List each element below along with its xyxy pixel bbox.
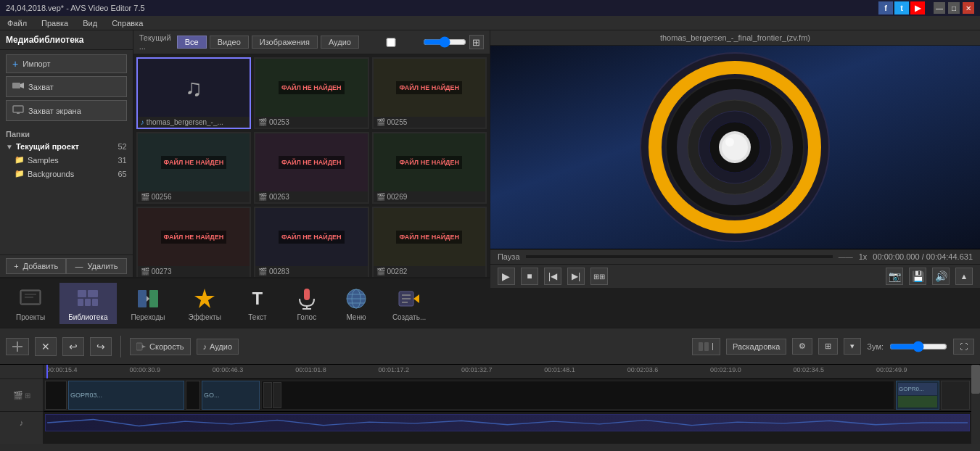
- media-item-00263[interactable]: ФАЙЛ НЕ НАЙДЕН 🎬 00263: [254, 132, 368, 204]
- menu-edit[interactable]: Правка: [38, 19, 71, 28]
- media-tab-label: Текущий ...: [139, 33, 171, 51]
- tab-video[interactable]: Видео: [210, 36, 249, 49]
- toolbar-library[interactable]: Библиотека: [59, 283, 116, 324]
- sidebar-item-backgrounds[interactable]: 📁 Backgrounds 65: [0, 167, 133, 181]
- fullscreen-button[interactable]: ⛶: [953, 339, 974, 355]
- timeline-track-headers: 🎬 ⊞ ♪: [0, 365, 44, 444]
- toolbar-voice[interactable]: Голос: [285, 283, 329, 324]
- speed-icon: [136, 342, 147, 352]
- capture-button[interactable]: Захват: [6, 76, 127, 97]
- minimize-button[interactable]: —: [934, 2, 945, 14]
- media-item-00282[interactable]: ФАЙЛ НЕ НАЙДЕН 🎬 00282: [372, 207, 487, 277]
- snapshot-icon[interactable]: 📷: [886, 268, 903, 285]
- track-clip-middle[interactable]: [261, 381, 894, 410]
- music-icon: ♫: [185, 75, 202, 102]
- delete-button[interactable]: ✕: [35, 337, 57, 356]
- toolbar-projects[interactable]: Проекты: [7, 283, 54, 324]
- file-not-found-overlay-2: ФАЙЛ НЕ НАЙДЕН: [255, 59, 367, 117]
- facebook-icon[interactable]: f: [878, 1, 893, 15]
- search-checkbox[interactable]: [362, 38, 420, 47]
- media-item-audio[interactable]: ♫ ♪ thomas_bergersen_-_...: [136, 57, 251, 129]
- folders-section-header: Папки: [0, 125, 133, 140]
- speed-button[interactable]: Скорость: [130, 338, 191, 355]
- size-slider[interactable]: [423, 34, 466, 50]
- track-marker-2: [273, 382, 281, 408]
- media-item-00283[interactable]: ФАЙЛ НЕ НАЙДЕН 🎬 00283: [254, 207, 368, 277]
- remove-folder-button[interactable]: — Удалить: [66, 258, 126, 274]
- transport-right: 📷 💾 🔊 ▲: [886, 268, 973, 285]
- main-layout: Медиабиблиотека + Импорт Захват: [0, 30, 980, 277]
- storyboard-label-btn[interactable]: Раскадровка: [726, 339, 786, 355]
- toolbar-transitions[interactable]: Переходы: [123, 283, 174, 324]
- close-button[interactable]: ✕: [963, 2, 974, 14]
- next-frame-button[interactable]: ▶|: [567, 268, 585, 285]
- toolbar-menu[interactable]: Меню: [334, 283, 378, 324]
- file-not-found-overlay-4: ФАЙЛ НЕ НАЙДЕН: [138, 133, 250, 191]
- social-icons: f t ▶: [878, 1, 925, 15]
- menu-help[interactable]: Справка: [109, 19, 146, 28]
- redo-button[interactable]: ↪: [90, 337, 112, 356]
- track-clip-black-1[interactable]: [45, 381, 67, 410]
- screen-capture-button[interactable]: Захват экрана: [6, 100, 127, 121]
- volume-icon[interactable]: 🔊: [932, 268, 950, 285]
- ruler-mark-1: 00:00:30.9: [129, 366, 160, 373]
- menu-file[interactable]: Файл: [4, 19, 30, 28]
- svg-point-13: [725, 138, 734, 146]
- ruler-mark-3: 00:01:01.8: [295, 366, 326, 373]
- settings-button[interactable]: ⚙: [792, 338, 812, 355]
- preview-seekbar[interactable]: [526, 255, 833, 258]
- tab-all[interactable]: Все: [177, 36, 207, 49]
- track-clip-black-2[interactable]: [186, 381, 200, 410]
- tab-audio[interactable]: Аудио: [321, 36, 359, 49]
- timeline-scrollbar[interactable]: [971, 365, 980, 444]
- maximize-button[interactable]: □: [948, 2, 960, 14]
- add-folder-button[interactable]: + Добавить: [6, 258, 66, 274]
- edit-toolbar: ✕ ↩ ↪ Скорость ♪ Аудио | Раскадровка ⚙ ⊞…: [0, 328, 980, 364]
- media-item-00273[interactable]: ФАЙЛ НЕ НАЙДЕН 🎬 00273: [136, 207, 251, 277]
- media-item-00253[interactable]: ФАЙЛ НЕ НАЙДЕН 🎬 00253: [254, 57, 368, 129]
- import-button[interactable]: + Импорт: [6, 54, 127, 73]
- titlebar: 24,04,2018.vep* - AVS Video Editor 7.5 f…: [0, 0, 980, 16]
- scrollbar-thumb[interactable]: [971, 365, 980, 394]
- zoom-slider[interactable]: [889, 341, 947, 352]
- toolbar-create[interactable]: Создать...: [384, 283, 435, 324]
- ruler-mark-0: 00:00:15.4: [46, 366, 78, 373]
- media-item-00269[interactable]: ФАЙЛ НЕ НАЙДЕН 🎬 00269: [372, 132, 487, 204]
- clip-label-gopr03: GOPR03...: [70, 392, 102, 399]
- loop-button[interactable]: ⊞⊞: [590, 268, 608, 285]
- undo-button[interactable]: ↩: [62, 337, 84, 356]
- save-frame-icon[interactable]: 💾: [909, 268, 926, 285]
- twitter-icon[interactable]: t: [894, 1, 909, 15]
- stop-button[interactable]: ■: [521, 268, 538, 285]
- audio-clip[interactable]: [45, 414, 970, 431]
- grid-view-button[interactable]: ⊞: [469, 35, 484, 49]
- track-clip-go[interactable]: GO...: [202, 381, 260, 410]
- audio-button[interactable]: ♪ Аудио: [197, 339, 239, 355]
- sidebar-item-samples[interactable]: 📁 Samples 31: [0, 153, 133, 167]
- track-clip-gopr0[interactable]: GOPR0...: [896, 381, 939, 410]
- sidebar-item-current-project[interactable]: ▼ Текущий проект 52: [0, 140, 133, 153]
- media-item-label-00269: 🎬 00269: [374, 191, 485, 202]
- media-grid: ♫ ♪ thomas_bergersen_-_... ФАЙЛ НЕ НАЙДЕ…: [136, 57, 487, 277]
- grid-button[interactable]: ⊞: [818, 338, 838, 355]
- play-button[interactable]: ▶: [498, 268, 515, 285]
- storyboard-button[interactable]: |: [692, 338, 720, 355]
- expand-icon[interactable]: ▲: [955, 268, 973, 285]
- preview-time: 00:00:00.000 / 00:04:44.631: [873, 252, 973, 261]
- media-item-00255[interactable]: ФАЙЛ НЕ НАЙДЕН 🎬 00255: [372, 57, 487, 129]
- toolbar-text[interactable]: T Текст: [236, 283, 279, 324]
- youtube-icon[interactable]: ▶: [910, 1, 925, 15]
- track-clip-gopr03[interactable]: GOPR03...: [68, 381, 184, 410]
- track-clip-end[interactable]: [941, 381, 970, 410]
- tab-images[interactable]: Изображения: [252, 36, 318, 49]
- svg-rect-44: [699, 342, 703, 351]
- grid-select[interactable]: ▾: [844, 338, 861, 355]
- menu-view[interactable]: Вид: [80, 19, 100, 28]
- playhead[interactable]: [46, 365, 48, 378]
- prev-frame-button[interactable]: |◀: [544, 268, 561, 285]
- media-grid-container[interactable]: ♫ ♪ thomas_bergersen_-_... ФАЙЛ НЕ НАЙДЕ…: [133, 54, 490, 277]
- toolbar-effects[interactable]: Эффекты: [179, 283, 229, 324]
- file-not-found-text-2: ФАЙЛ НЕ НАЙДЕН: [279, 81, 345, 94]
- cut-button[interactable]: [6, 338, 29, 355]
- media-item-00256[interactable]: ФАЙЛ НЕ НАЙДЕН 🎬 00256: [136, 132, 251, 204]
